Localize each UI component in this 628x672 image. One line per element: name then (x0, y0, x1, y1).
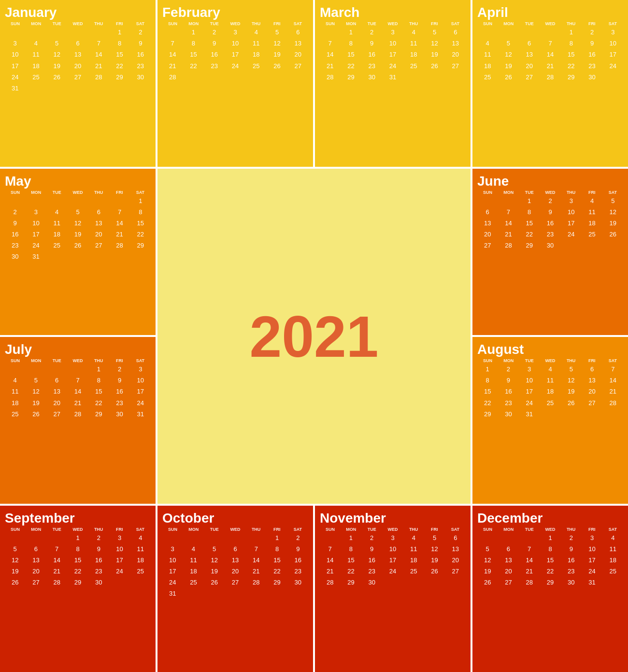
calendar-day[interactable]: 5 (477, 544, 498, 555)
calendar-day[interactable]: 1 (183, 27, 203, 38)
calendar-day[interactable]: 15 (68, 555, 88, 566)
calendar-day[interactable]: 24 (383, 566, 403, 577)
calendar-day[interactable]: 28 (540, 72, 560, 83)
calendar-day[interactable]: 7 (519, 544, 540, 555)
calendar-day[interactable]: 27 (445, 61, 466, 72)
calendar-day[interactable]: 24 (26, 240, 46, 251)
calendar-day[interactable]: 5 (561, 364, 581, 375)
calendar-day[interactable]: 14 (320, 555, 340, 566)
calendar-day[interactable]: 15 (477, 386, 498, 397)
calendar-day[interactable]: 14 (88, 49, 109, 60)
calendar-day[interactable]: 13 (477, 218, 498, 229)
calendar-day[interactable]: 3 (603, 27, 623, 38)
calendar-day[interactable]: 20 (519, 61, 540, 72)
calendar-day[interactable]: 7 (88, 38, 109, 49)
calendar-day[interactable]: 27 (498, 577, 518, 588)
calendar-day[interactable]: 18 (183, 566, 203, 577)
calendar-day[interactable]: 28 (68, 409, 88, 420)
calendar-day[interactable]: 2 (362, 27, 382, 38)
calendar-day[interactable]: 27 (225, 577, 245, 588)
calendar-day[interactable]: 25 (183, 577, 203, 588)
calendar-day[interactable]: 17 (26, 229, 46, 240)
calendar-day[interactable]: 30 (288, 577, 308, 588)
calendar-day[interactable]: 14 (498, 218, 518, 229)
calendar-day[interactable]: 14 (540, 49, 560, 60)
calendar-day[interactable]: 5 (68, 207, 88, 218)
calendar-day[interactable]: 7 (246, 544, 266, 555)
calendar-day[interactable]: 11 (403, 38, 424, 49)
calendar-day[interactable]: 23 (362, 566, 382, 577)
calendar-day[interactable]: 16 (362, 49, 382, 60)
calendar-day[interactable]: 1 (267, 533, 287, 543)
calendar-day[interactable]: 30 (498, 409, 518, 420)
calendar-day[interactable]: 27 (288, 61, 308, 72)
calendar-day[interactable]: 23 (561, 566, 581, 577)
calendar-day[interactable]: 12 (498, 49, 518, 60)
calendar-day[interactable]: 26 (204, 577, 225, 588)
calendar-day[interactable]: 9 (5, 218, 25, 229)
calendar-day[interactable]: 5 (424, 27, 444, 38)
calendar-day[interactable]: 3 (162, 544, 183, 555)
calendar-day[interactable]: 18 (403, 555, 424, 566)
calendar-day[interactable]: 21 (246, 566, 266, 577)
calendar-day[interactable]: 12 (5, 555, 25, 566)
calendar-day[interactable]: 4 (403, 27, 424, 38)
calendar-day[interactable]: 23 (498, 398, 518, 409)
calendar-day[interactable]: 7 (320, 544, 340, 555)
calendar-day[interactable]: 4 (130, 533, 151, 543)
calendar-day[interactable]: 23 (109, 398, 129, 409)
calendar-day[interactable]: 28 (246, 577, 266, 588)
calendar-day[interactable]: 24 (561, 229, 581, 240)
calendar-day[interactable]: 15 (88, 386, 109, 397)
calendar-day[interactable]: 6 (288, 27, 308, 38)
calendar-day[interactable]: 21 (603, 386, 623, 397)
calendar-day[interactable]: 11 (540, 375, 560, 386)
calendar-day[interactable]: 16 (109, 386, 129, 397)
calendar-day[interactable]: 2 (288, 533, 308, 543)
calendar-day[interactable]: 19 (5, 566, 25, 577)
calendar-day[interactable]: 5 (204, 544, 225, 555)
calendar-day[interactable]: 6 (498, 544, 518, 555)
calendar-day[interactable]: 21 (320, 61, 340, 72)
calendar-day[interactable]: 3 (383, 27, 403, 38)
calendar-day[interactable]: 26 (498, 72, 518, 83)
calendar-day[interactable]: 16 (204, 49, 225, 60)
calendar-day[interactable]: 14 (246, 555, 266, 566)
calendar-day[interactable]: 30 (540, 240, 560, 251)
calendar-day[interactable]: 25 (47, 240, 67, 251)
calendar-day[interactable]: 8 (540, 544, 560, 555)
calendar-day[interactable]: 19 (68, 229, 88, 240)
calendar-day[interactable]: 14 (68, 386, 88, 397)
calendar-day[interactable]: 18 (582, 218, 602, 229)
calendar-day[interactable]: 12 (204, 555, 225, 566)
calendar-day[interactable]: 14 (603, 375, 623, 386)
calendar-day[interactable]: 17 (582, 555, 602, 566)
calendar-day[interactable]: 29 (109, 72, 129, 83)
calendar-day[interactable]: 26 (424, 566, 444, 577)
calendar-day[interactable]: 20 (288, 49, 308, 60)
calendar-day[interactable]: 28 (162, 72, 183, 83)
calendar-day[interactable]: 10 (109, 544, 129, 555)
calendar-day[interactable]: 25 (246, 61, 266, 72)
calendar-day[interactable]: 8 (561, 38, 581, 49)
calendar-day[interactable]: 26 (68, 240, 88, 251)
calendar-day[interactable]: 25 (5, 409, 25, 420)
calendar-day[interactable]: 31 (26, 251, 46, 262)
calendar-day[interactable]: 7 (162, 38, 183, 49)
calendar-day[interactable]: 20 (26, 566, 46, 577)
calendar-day[interactable]: 15 (183, 49, 203, 60)
calendar-day[interactable]: 22 (68, 566, 88, 577)
calendar-day[interactable]: 19 (561, 386, 581, 397)
calendar-day[interactable]: 22 (88, 398, 109, 409)
calendar-day[interactable]: 6 (582, 364, 602, 375)
calendar-day[interactable]: 2 (130, 27, 151, 38)
calendar-day[interactable]: 26 (5, 577, 25, 588)
calendar-day[interactable]: 27 (68, 72, 88, 83)
calendar-day[interactable]: 30 (130, 72, 151, 83)
calendar-day[interactable]: 4 (47, 207, 67, 218)
calendar-day[interactable]: 24 (383, 61, 403, 72)
calendar-day[interactable]: 2 (362, 533, 382, 543)
calendar-day[interactable]: 25 (403, 61, 424, 72)
calendar-day[interactable]: 28 (88, 72, 109, 83)
calendar-day[interactable]: 14 (162, 49, 183, 60)
